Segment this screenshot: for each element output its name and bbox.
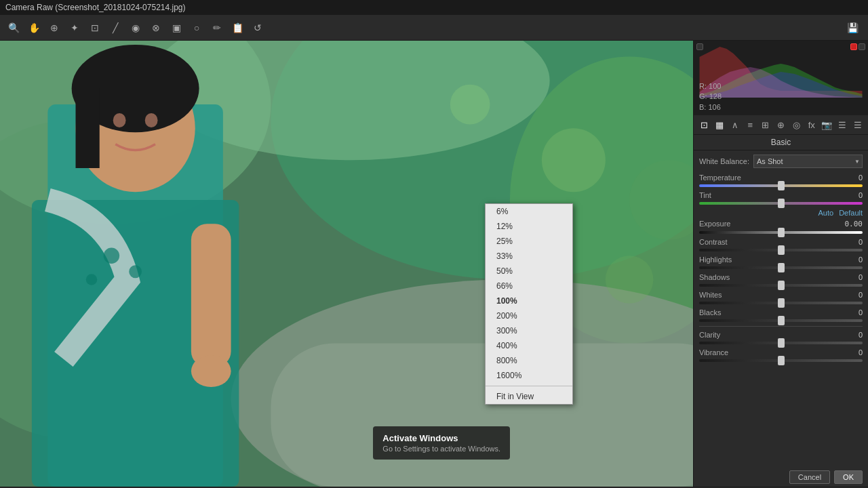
zoom-50[interactable]: 50% bbox=[486, 264, 572, 279]
split-tone-icon[interactable]: ⊞ bbox=[760, 118, 772, 131]
photo-svg bbox=[0, 41, 693, 487]
adjustment-brush[interactable]: ✏ bbox=[209, 20, 225, 36]
zoom-1600[interactable]: 1600% bbox=[486, 368, 572, 383]
hand-tool[interactable]: ✋ bbox=[26, 20, 42, 36]
bottom-actions: Cancel OK bbox=[694, 468, 868, 487]
zoom-66[interactable]: 66% bbox=[486, 279, 572, 293]
crop-tool[interactable]: ⊡ bbox=[87, 20, 103, 36]
tint-track[interactable] bbox=[699, 202, 863, 205]
svg-point-17 bbox=[86, 274, 97, 285]
svg-point-15 bbox=[104, 248, 120, 264]
blacks-label: Blacks bbox=[699, 308, 721, 317]
detail-icon[interactable]: ⊕ bbox=[774, 118, 787, 131]
highlight-clipping2[interactable] bbox=[859, 43, 865, 50]
zoom-100[interactable]: 100% bbox=[486, 293, 572, 308]
zoom-300[interactable]: 300% bbox=[486, 323, 572, 338]
canvas-area: 6% 12% 25% 33% 50% 66% 100% 200% 300% 40… bbox=[0, 41, 693, 487]
save-to-desktop-btn[interactable]: 💾 bbox=[842, 20, 863, 36]
svg-point-20 bbox=[542, 128, 606, 192]
ok-button[interactable]: OK bbox=[834, 470, 863, 484]
contrast-thumb[interactable] bbox=[778, 245, 785, 255]
blacks-row: Blacks 0 bbox=[699, 308, 863, 322]
straighten-tool[interactable]: ╱ bbox=[107, 20, 123, 36]
toolbar: 🔍 ✋ ⊕ ✦ ⊡ ╱ ◉ ⊗ ▣ ○ ✏ 📋 ↺ 💾 bbox=[0, 15, 868, 41]
red-eye-tool[interactable]: ⊗ bbox=[148, 20, 164, 36]
shadows-thumb[interactable] bbox=[778, 281, 785, 290]
contrast-track[interactable] bbox=[699, 249, 863, 251]
radial-filter[interactable]: ○ bbox=[189, 20, 205, 36]
zoom-400[interactable]: 400% bbox=[486, 338, 572, 353]
tint-thumb[interactable] bbox=[778, 199, 785, 208]
white-balance-select[interactable]: As Shot Auto Daylight Cloudy Shade Tungs… bbox=[753, 155, 863, 168]
r-value: R: 100 bbox=[699, 81, 722, 92]
lens-icon[interactable]: ◎ bbox=[790, 118, 803, 131]
zoom-6[interactable]: 6% bbox=[486, 204, 572, 219]
histogram-area: R: 100 G: 128 B: 106 bbox=[694, 41, 868, 115]
graduated-filter[interactable]: ▣ bbox=[168, 20, 184, 36]
highlights-row: Highlights 0 bbox=[699, 256, 863, 269]
white-balance-tool[interactable]: ⊕ bbox=[46, 20, 62, 36]
histogram-chart bbox=[696, 43, 865, 98]
zoom-800[interactable]: 800% bbox=[486, 353, 572, 368]
hsl-icon[interactable]: ≡ bbox=[744, 118, 757, 131]
temperature-thumb[interactable] bbox=[778, 181, 785, 190]
settings-area: White Balance: As Shot Auto Daylight Clo… bbox=[694, 150, 868, 468]
zoom-dropdown: 6% 12% 25% 33% 50% 66% 100% 200% 300% 40… bbox=[485, 203, 573, 405]
vibrance-track[interactable] bbox=[699, 359, 863, 362]
highlight-clipping-indicator[interactable] bbox=[850, 43, 857, 50]
whites-thumb[interactable] bbox=[778, 298, 785, 308]
shadows-track[interactable] bbox=[699, 284, 863, 287]
clarity-thumb[interactable] bbox=[778, 338, 785, 348]
cancel-button[interactable]: Cancel bbox=[789, 470, 830, 484]
blacks-track[interactable] bbox=[699, 319, 863, 322]
svg-rect-7 bbox=[271, 344, 693, 487]
camera-cal-icon[interactable]: 📷 bbox=[821, 118, 833, 131]
fx-icon[interactable]: fx bbox=[805, 118, 818, 131]
fit-in-view[interactable]: Fit in View bbox=[486, 389, 572, 404]
clarity-track[interactable] bbox=[699, 342, 863, 344]
whites-value: 0 bbox=[859, 291, 863, 299]
vibrance-thumb[interactable] bbox=[778, 356, 785, 365]
title-bar: Camera Raw (Screenshot_20181024-075214.j… bbox=[0, 0, 868, 15]
vibrance-label: Vibrance bbox=[699, 348, 728, 357]
svg-point-19 bbox=[191, 355, 231, 387]
blacks-thumb[interactable] bbox=[778, 316, 785, 325]
clarity-row: Clarity 0 bbox=[699, 331, 863, 344]
svg-rect-18 bbox=[191, 224, 231, 367]
zoom-divider bbox=[486, 386, 572, 386]
highlights-value: 0 bbox=[859, 256, 863, 264]
svg-point-22 bbox=[450, 85, 490, 125]
contrast-value: 0 bbox=[859, 238, 863, 246]
zoom-tool[interactable]: 🔍 bbox=[5, 20, 22, 36]
zoom-25[interactable]: 25% bbox=[486, 234, 572, 249]
shadow-clipping-indicator[interactable] bbox=[696, 43, 703, 50]
default-btn[interactable]: Default bbox=[839, 209, 863, 217]
presets-icon[interactable]: ☰ bbox=[836, 118, 849, 131]
tone-curve-icon[interactable]: ∧ bbox=[728, 118, 741, 131]
highlights-track[interactable] bbox=[699, 266, 863, 269]
basic-panel-icon[interactable]: ▦ bbox=[713, 118, 726, 131]
histogram-panel-icon[interactable]: ⊡ bbox=[698, 118, 711, 131]
title-text: Camera Raw (Screenshot_20181024-075214.j… bbox=[5, 3, 186, 12]
shadows-label: Shadows bbox=[699, 273, 730, 281]
temperature-row: Temperature 0 bbox=[699, 174, 863, 187]
contrast-label: Contrast bbox=[699, 238, 728, 246]
open-object-btn[interactable]: 📋 bbox=[229, 20, 245, 36]
exposure-track[interactable] bbox=[699, 231, 863, 234]
svg-point-14 bbox=[145, 113, 158, 127]
rotate-btn[interactable]: ↺ bbox=[250, 20, 266, 36]
zoom-200[interactable]: 200% bbox=[486, 308, 572, 323]
vibrance-row: Vibrance 0 bbox=[699, 348, 863, 362]
contrast-row: Contrast 0 bbox=[699, 238, 863, 251]
exposure-thumb[interactable] bbox=[778, 228, 785, 237]
zoom-12[interactable]: 12% bbox=[486, 219, 572, 234]
temperature-track[interactable] bbox=[699, 184, 863, 187]
highlights-label: Highlights bbox=[699, 256, 732, 264]
zoom-33[interactable]: 33% bbox=[486, 249, 572, 264]
panel-menu-btn[interactable]: ☰ bbox=[851, 118, 864, 131]
auto-btn[interactable]: Auto bbox=[818, 209, 834, 217]
whites-track[interactable] bbox=[699, 302, 863, 304]
spot-removal-tool[interactable]: ◉ bbox=[127, 20, 144, 36]
highlights-thumb[interactable] bbox=[778, 263, 785, 272]
color-sampler-tool[interactable]: ✦ bbox=[66, 20, 83, 36]
